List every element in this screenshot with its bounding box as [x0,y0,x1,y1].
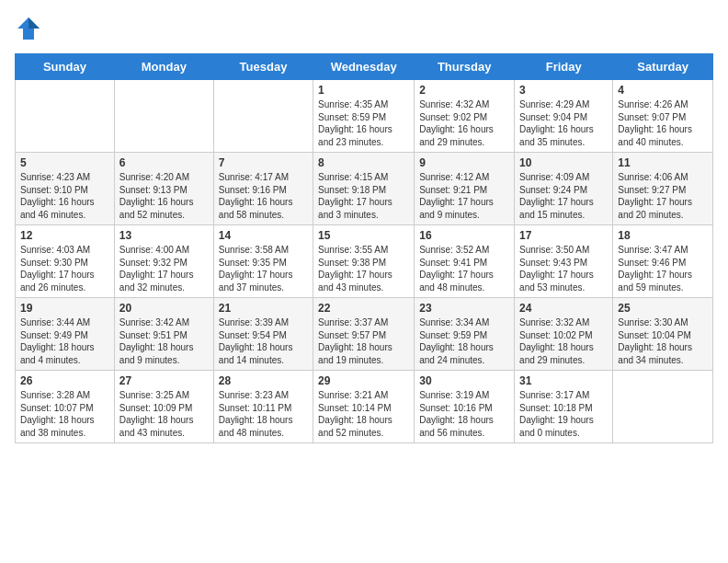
day-of-week-header: Thursday [415,54,515,80]
day-number: 19 [20,302,109,315]
day-info: Sunrise: 3:44 AM Sunset: 9:49 PM Dayligh… [20,316,109,366]
day-number: 9 [419,156,509,169]
day-number: 4 [618,84,708,97]
day-number: 13 [119,229,209,242]
calendar-cell: 26Sunrise: 3:28 AM Sunset: 10:07 PM Dayl… [16,371,115,443]
day-info: Sunrise: 4:12 AM Sunset: 9:21 PM Dayligh… [419,171,509,221]
calendar-cell [16,80,115,153]
svg-marker-2 [28,17,40,29]
day-info: Sunrise: 3:37 AM Sunset: 9:57 PM Dayligh… [318,316,409,366]
calendar-cell: 8Sunrise: 4:15 AM Sunset: 9:18 PM Daylig… [313,153,415,225]
day-number: 10 [519,156,608,169]
day-number: 17 [519,229,608,242]
day-info: Sunrise: 4:06 AM Sunset: 9:27 PM Dayligh… [618,171,708,221]
calendar-cell: 31Sunrise: 3:17 AM Sunset: 10:18 PM Dayl… [515,371,613,443]
day-info: Sunrise: 4:20 AM Sunset: 9:13 PM Dayligh… [119,171,209,221]
day-info: Sunrise: 4:17 AM Sunset: 9:16 PM Dayligh… [219,171,308,221]
day-of-week-header: Wednesday [313,54,415,80]
logo-icon [15,15,42,42]
day-of-week-header: Saturday [613,54,713,80]
calendar-cell [613,371,713,443]
calendar-cell: 12Sunrise: 4:03 AM Sunset: 9:30 PM Dayli… [16,225,115,298]
day-info: Sunrise: 3:19 AM Sunset: 10:16 PM Daylig… [419,389,509,439]
day-number: 31 [519,374,608,387]
day-number: 24 [519,302,608,315]
calendar-cell: 23Sunrise: 3:34 AM Sunset: 9:59 PM Dayli… [415,298,515,371]
day-number: 3 [519,84,608,97]
calendar-cell: 1Sunrise: 4:35 AM Sunset: 8:59 PM Daylig… [313,80,415,153]
calendar-cell [114,80,213,153]
calendar-cell: 3Sunrise: 4:29 AM Sunset: 9:04 PM Daylig… [515,80,613,153]
calendar-cell: 19Sunrise: 3:44 AM Sunset: 9:49 PM Dayli… [16,298,115,371]
calendar-cell: 10Sunrise: 4:09 AM Sunset: 9:24 PM Dayli… [515,153,613,225]
day-number: 29 [318,374,409,387]
calendar-week-row: 26Sunrise: 3:28 AM Sunset: 10:07 PM Dayl… [16,371,713,443]
day-number: 5 [20,156,109,169]
calendar-cell: 24Sunrise: 3:32 AM Sunset: 10:02 PM Dayl… [515,298,613,371]
calendar-cell: 9Sunrise: 4:12 AM Sunset: 9:21 PM Daylig… [415,153,515,225]
day-of-week-header: Monday [114,54,213,80]
day-number: 27 [119,374,209,387]
day-number: 7 [219,156,308,169]
day-info: Sunrise: 4:26 AM Sunset: 9:07 PM Dayligh… [618,98,708,148]
calendar: SundayMondayTuesdayWednesdayThursdayFrid… [15,53,713,443]
calendar-week-row: 5Sunrise: 4:23 AM Sunset: 9:10 PM Daylig… [16,153,713,225]
day-of-week-header: Sunday [16,54,115,80]
calendar-cell: 29Sunrise: 3:21 AM Sunset: 10:14 PM Dayl… [313,371,415,443]
day-info: Sunrise: 4:09 AM Sunset: 9:24 PM Dayligh… [519,171,608,221]
day-number: 15 [318,229,409,242]
calendar-cell: 27Sunrise: 3:25 AM Sunset: 10:09 PM Dayl… [114,371,213,443]
calendar-cell: 5Sunrise: 4:23 AM Sunset: 9:10 PM Daylig… [16,153,115,225]
day-info: Sunrise: 4:03 AM Sunset: 9:30 PM Dayligh… [20,244,109,293]
day-number: 23 [419,302,509,315]
day-info: Sunrise: 3:17 AM Sunset: 10:18 PM Daylig… [519,389,608,439]
day-number: 12 [20,229,109,242]
calendar-cell: 15Sunrise: 3:55 AM Sunset: 9:38 PM Dayli… [313,225,415,298]
calendar-cell: 4Sunrise: 4:26 AM Sunset: 9:07 PM Daylig… [613,80,713,153]
calendar-cell: 14Sunrise: 3:58 AM Sunset: 9:35 PM Dayli… [213,225,313,298]
day-number: 16 [419,229,509,242]
day-info: Sunrise: 3:55 AM Sunset: 9:38 PM Dayligh… [318,244,409,293]
day-info: Sunrise: 3:39 AM Sunset: 9:54 PM Dayligh… [219,316,308,366]
calendar-cell [213,80,313,153]
day-number: 14 [219,229,308,242]
calendar-cell: 28Sunrise: 3:23 AM Sunset: 10:11 PM Dayl… [213,371,313,443]
calendar-cell: 17Sunrise: 3:50 AM Sunset: 9:43 PM Dayli… [515,225,613,298]
day-info: Sunrise: 3:21 AM Sunset: 10:14 PM Daylig… [318,389,409,439]
calendar-cell: 6Sunrise: 4:20 AM Sunset: 9:13 PM Daylig… [114,153,213,225]
day-info: Sunrise: 3:42 AM Sunset: 9:51 PM Dayligh… [119,316,209,366]
page-header [15,15,713,42]
day-info: Sunrise: 4:32 AM Sunset: 9:02 PM Dayligh… [419,98,509,148]
calendar-cell: 2Sunrise: 4:32 AM Sunset: 9:02 PM Daylig… [415,80,515,153]
calendar-week-row: 19Sunrise: 3:44 AM Sunset: 9:49 PM Dayli… [16,298,713,371]
calendar-cell: 30Sunrise: 3:19 AM Sunset: 10:16 PM Dayl… [415,371,515,443]
calendar-header-row: SundayMondayTuesdayWednesdayThursdayFrid… [16,54,713,80]
day-of-week-header: Tuesday [213,54,313,80]
day-number: 8 [318,156,409,169]
calendar-cell: 16Sunrise: 3:52 AM Sunset: 9:41 PM Dayli… [415,225,515,298]
calendar-cell: 22Sunrise: 3:37 AM Sunset: 9:57 PM Dayli… [313,298,415,371]
day-info: Sunrise: 3:58 AM Sunset: 9:35 PM Dayligh… [219,244,308,293]
day-info: Sunrise: 4:15 AM Sunset: 9:18 PM Dayligh… [318,171,409,221]
calendar-cell: 7Sunrise: 4:17 AM Sunset: 9:16 PM Daylig… [213,153,313,225]
day-info: Sunrise: 3:47 AM Sunset: 9:46 PM Dayligh… [618,244,708,293]
day-info: Sunrise: 4:00 AM Sunset: 9:32 PM Dayligh… [119,244,209,293]
day-info: Sunrise: 3:52 AM Sunset: 9:41 PM Dayligh… [419,244,509,293]
day-number: 26 [20,374,109,387]
day-number: 1 [318,84,409,97]
calendar-cell: 18Sunrise: 3:47 AM Sunset: 9:46 PM Dayli… [613,225,713,298]
day-number: 11 [618,156,708,169]
day-number: 18 [618,229,708,242]
day-info: Sunrise: 4:23 AM Sunset: 9:10 PM Dayligh… [20,171,109,221]
calendar-cell: 13Sunrise: 4:00 AM Sunset: 9:32 PM Dayli… [114,225,213,298]
day-info: Sunrise: 3:30 AM Sunset: 10:04 PM Daylig… [618,316,708,366]
day-number: 25 [618,302,708,315]
logo [15,15,46,42]
day-info: Sunrise: 3:28 AM Sunset: 10:07 PM Daylig… [20,389,109,439]
calendar-cell: 20Sunrise: 3:42 AM Sunset: 9:51 PM Dayli… [114,298,213,371]
day-number: 21 [219,302,308,315]
day-info: Sunrise: 3:32 AM Sunset: 10:02 PM Daylig… [519,316,608,366]
calendar-cell: 11Sunrise: 4:06 AM Sunset: 9:27 PM Dayli… [613,153,713,225]
day-info: Sunrise: 3:23 AM Sunset: 10:11 PM Daylig… [219,389,308,439]
day-number: 20 [119,302,209,315]
